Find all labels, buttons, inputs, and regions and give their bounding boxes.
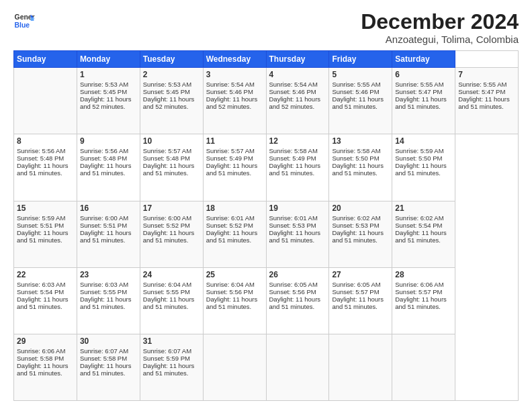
day-info-line: Sunset: 5:46 PM [332, 88, 389, 95]
title-block: December 2024 Anzoategui, Tolima, Colomb… [361, 10, 519, 45]
day-number: 3 [206, 70, 263, 79]
calendar-cell: 30Sunrise: 6:07 AMSunset: 5:58 PMDayligh… [77, 334, 140, 400]
day-info-line: Daylight: 11 hours [269, 229, 326, 236]
day-info-line: Daylight: 11 hours [80, 362, 137, 369]
day-info-line: Sunrise: 5:54 AM [206, 81, 263, 88]
day-info-line: and 51 minutes. [143, 236, 200, 244]
day-info-line: Sunset: 5:45 PM [80, 88, 137, 95]
day-info-line: Daylight: 11 hours [395, 229, 452, 236]
day-info-line: Daylight: 11 hours [395, 295, 452, 303]
day-info-line: Sunset: 5:47 PM [395, 88, 452, 95]
day-info-line: Sunset: 5:52 PM [206, 222, 263, 229]
week-row-5: 29Sunrise: 6:06 AMSunset: 5:58 PMDayligh… [14, 334, 519, 400]
day-info-line: Daylight: 11 hours [395, 162, 452, 169]
day-info-line: Daylight: 11 hours [143, 229, 200, 236]
calendar-cell: 19Sunrise: 6:01 AMSunset: 5:53 PMDayligh… [266, 201, 329, 267]
calendar-cell: 23Sunrise: 6:03 AMSunset: 5:55 PMDayligh… [77, 267, 140, 334]
day-info-line: and 52 minutes. [80, 103, 137, 110]
calendar-cell: 6Sunrise: 5:55 AMSunset: 5:47 PMDaylight… [392, 68, 455, 134]
day-info-line: Sunset: 5:49 PM [206, 154, 263, 162]
calendar-cell: 20Sunrise: 6:02 AMSunset: 5:53 PMDayligh… [329, 201, 392, 267]
day-number: 13 [332, 136, 389, 146]
day-info-line: Daylight: 11 hours [143, 95, 200, 103]
day-number: 31 [143, 336, 200, 346]
day-number: 24 [143, 270, 200, 279]
day-info-line: Sunrise: 6:05 AM [332, 281, 389, 288]
day-info-line: and 51 minutes. [269, 169, 326, 177]
day-number: 20 [332, 203, 389, 213]
day-info-line: and 52 minutes. [143, 103, 200, 110]
calendar-cell: 3Sunrise: 5:54 AMSunset: 5:46 PMDaylight… [203, 68, 266, 134]
col-tuesday: Tuesday [140, 51, 203, 68]
day-info-line: and 51 minutes. [332, 169, 389, 177]
day-info-line: Sunset: 5:53 PM [269, 222, 326, 229]
day-info-line: Daylight: 11 hours [143, 295, 200, 303]
day-info-line: and 51 minutes. [80, 169, 137, 177]
day-info-line: Sunset: 5:48 PM [17, 154, 74, 162]
day-info-line: and 51 minutes. [206, 303, 263, 310]
day-info-line: and 51 minutes. [206, 236, 263, 244]
day-info-line: Daylight: 11 hours [143, 362, 200, 369]
day-info-line: and 51 minutes. [395, 169, 452, 177]
calendar-cell: 7Sunrise: 5:55 AMSunset: 5:47 PMDaylight… [455, 68, 519, 134]
day-info-line: Sunset: 5:48 PM [143, 154, 200, 162]
day-info-line: Sunset: 5:50 PM [395, 154, 452, 162]
day-info-line: and 51 minutes. [395, 103, 452, 110]
day-info-line: and 51 minutes. [17, 236, 74, 244]
day-info-line: Sunrise: 5:54 AM [269, 81, 326, 88]
calendar-header-row: Sunday Monday Tuesday Wednesday Thursday… [14, 51, 519, 68]
day-info-line: Daylight: 11 hours [269, 95, 326, 103]
svg-text:Blue: Blue [15, 21, 30, 29]
calendar-cell [266, 334, 329, 400]
calendar-cell: 9Sunrise: 5:56 AMSunset: 5:48 PMDaylight… [77, 134, 140, 201]
calendar-cell: 29Sunrise: 6:06 AMSunset: 5:58 PMDayligh… [14, 334, 77, 400]
day-info-line: Daylight: 11 hours [332, 95, 389, 103]
calendar-cell: 1Sunrise: 5:53 AMSunset: 5:45 PMDaylight… [77, 68, 140, 134]
day-number: 2 [143, 70, 200, 79]
day-info-line: Sunset: 5:45 PM [143, 88, 200, 95]
day-number: 22 [17, 270, 74, 279]
day-info-line: Sunset: 5:55 PM [80, 288, 137, 295]
day-number: 16 [80, 203, 137, 213]
day-info-line: Daylight: 11 hours [17, 295, 74, 303]
day-info-line: Sunrise: 6:07 AM [80, 347, 137, 355]
day-info-line: Sunset: 5:47 PM [458, 88, 515, 95]
day-info-line: Sunset: 5:46 PM [269, 88, 326, 95]
day-number: 25 [206, 270, 263, 279]
day-info-line: and 51 minutes. [80, 369, 137, 377]
day-info-line: Sunrise: 6:04 AM [143, 281, 200, 288]
col-saturday: Saturday [392, 51, 455, 68]
calendar-cell: 22Sunrise: 6:03 AMSunset: 5:54 PMDayligh… [14, 267, 77, 334]
calendar-cell: 21Sunrise: 6:02 AMSunset: 5:54 PMDayligh… [392, 201, 455, 267]
day-number: 26 [269, 270, 326, 279]
day-number: 14 [395, 136, 452, 146]
day-number: 9 [80, 136, 137, 146]
day-info-line: Sunrise: 5:53 AM [80, 81, 137, 88]
day-info-line: Daylight: 11 hours [332, 162, 389, 169]
logo-icon: General Blue [13, 10, 35, 32]
day-number: 12 [269, 136, 326, 146]
day-info-line: Sunrise: 5:56 AM [17, 147, 74, 154]
day-info-line: and 51 minutes. [17, 303, 74, 310]
day-info-line: Sunrise: 5:53 AM [143, 81, 200, 88]
calendar-cell [329, 334, 392, 400]
calendar-cell: 11Sunrise: 5:57 AMSunset: 5:49 PMDayligh… [203, 134, 266, 201]
day-info-line: Daylight: 11 hours [17, 229, 74, 236]
logo: General Blue [13, 10, 35, 32]
day-number: 30 [80, 336, 137, 346]
week-row-4: 22Sunrise: 6:03 AMSunset: 5:54 PMDayligh… [14, 267, 519, 334]
day-info-line: Sunrise: 6:06 AM [17, 347, 74, 355]
day-info-line: and 51 minutes. [80, 303, 137, 310]
day-info-line: Sunrise: 5:59 AM [17, 214, 74, 222]
day-number: 8 [17, 136, 74, 146]
col-sunday: Sunday [14, 51, 77, 68]
week-row-3: 15Sunrise: 5:59 AMSunset: 5:51 PMDayligh… [14, 201, 519, 267]
calendar-cell: 24Sunrise: 6:04 AMSunset: 5:55 PMDayligh… [140, 267, 203, 334]
calendar-cell: 2Sunrise: 5:53 AMSunset: 5:45 PMDaylight… [140, 68, 203, 134]
day-info-line: Sunset: 5:48 PM [80, 154, 137, 162]
day-info-line: Sunrise: 5:55 AM [395, 81, 452, 88]
day-info-line: and 51 minutes. [269, 303, 326, 310]
day-info-line: and 52 minutes. [269, 103, 326, 110]
day-info-line: Daylight: 11 hours [80, 162, 137, 169]
col-monday: Monday [77, 51, 140, 68]
